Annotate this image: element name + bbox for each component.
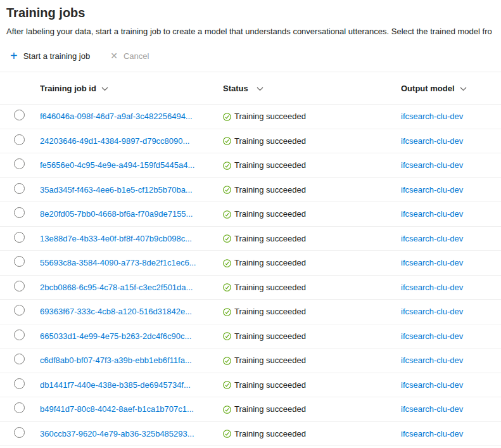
- success-check-icon: [223, 186, 231, 194]
- command-bar: + Start a training job ✕ Cancel: [0, 45, 501, 67]
- training-job-id-link[interactable]: b49f41d7-80c8-4042-8aef-b1ca1b707c1...: [40, 404, 194, 414]
- row-radio-cell: [0, 207, 40, 221]
- training-job-id-link[interactable]: 55693c8a-3584-4090-a773-8de2f1c1ec6...: [40, 258, 196, 267]
- row-output-model-cell: ifcsearch-clu-dev: [401, 258, 501, 267]
- row-radio-button[interactable]: [14, 354, 25, 364]
- row-radio-button[interactable]: [14, 281, 25, 291]
- success-check-icon: [223, 137, 231, 145]
- training-job-id-link[interactable]: 35ad345f-f463-4ee6-b1e5-cf12b5b70ba...: [40, 185, 193, 195]
- column-header-output-model[interactable]: Output model: [401, 84, 501, 93]
- column-header-label: Status: [223, 84, 248, 93]
- training-job-id-link[interactable]: 8e20fd05-7bb0-4668-bf6a-f70a9de7155...: [40, 209, 193, 219]
- row-radio-cell: [0, 305, 40, 318]
- row-id-cell: 55693c8a-3584-4090-a773-8de2f1c1ec6...: [40, 258, 223, 267]
- row-output-model-cell: ifcsearch-clu-dev: [401, 112, 501, 121]
- row-id-cell: 13e88d7e-4b33-4e0f-bf8f-407b9cb098c...: [40, 234, 223, 243]
- row-radio-cell: [0, 402, 40, 416]
- table-body: f646046a-098f-46d7-a9af-3c482256494... T…: [0, 105, 501, 446]
- output-model-link[interactable]: ifcsearch-clu-dev: [401, 429, 463, 438]
- output-model-link[interactable]: ifcsearch-clu-dev: [401, 185, 463, 195]
- success-check-icon: [223, 210, 231, 219]
- column-header-label: Training job id: [40, 84, 96, 93]
- row-output-model-cell: ifcsearch-clu-dev: [401, 355, 501, 365]
- training-job-id-link[interactable]: db1441f7-440e-438e-b385-de6945734f...: [40, 380, 191, 390]
- table-row: 13e88d7e-4b33-4e0f-bf8f-407b9cb098c... T…: [0, 227, 501, 252]
- table-row: f646046a-098f-46d7-a9af-3c482256494... T…: [0, 105, 501, 129]
- row-status-cell: Training succeeded: [223, 136, 401, 146]
- column-header-label: Output model: [401, 84, 455, 93]
- row-output-model-cell: ifcsearch-clu-dev: [401, 160, 501, 170]
- row-radio-button[interactable]: [14, 330, 25, 340]
- output-model-link[interactable]: ifcsearch-clu-dev: [401, 136, 463, 146]
- row-radio-button[interactable]: [14, 183, 25, 194]
- row-radio-button[interactable]: [14, 158, 25, 169]
- table-row: fe5656e0-4c95-4e9e-a494-159fd5445a4... T…: [0, 153, 501, 178]
- row-output-model-cell: ifcsearch-clu-dev: [401, 209, 501, 219]
- output-model-link[interactable]: ifcsearch-clu-dev: [401, 112, 463, 121]
- training-job-id-link[interactable]: 13e88d7e-4b33-4e0f-bf8f-407b9cb098c...: [40, 234, 192, 243]
- row-id-cell: 8e20fd05-7bb0-4668-bf6a-f70a9de7155...: [40, 209, 223, 219]
- training-jobs-page: Training jobs After labeling your data, …: [0, 0, 501, 448]
- row-radio-button[interactable]: [14, 134, 25, 145]
- row-status-cell: Training succeeded: [223, 234, 401, 243]
- training-job-id-link[interactable]: fe5656e0-4c95-4e9e-a494-159fd5445a4...: [40, 160, 194, 170]
- start-training-job-button[interactable]: + Start a training job: [8, 51, 92, 60]
- table-row: b49f41d7-80c8-4042-8aef-b1ca1b707c1... T…: [0, 397, 501, 422]
- status-text: Training succeeded: [234, 380, 306, 390]
- row-output-model-cell: ifcsearch-clu-dev: [401, 283, 501, 292]
- row-radio-button[interactable]: [14, 402, 25, 413]
- row-status-cell: Training succeeded: [223, 258, 401, 267]
- row-status-cell: Training succeeded: [223, 380, 401, 390]
- row-radio-button[interactable]: [14, 256, 25, 267]
- training-job-id-link[interactable]: c6df8ab0-bf07-47f3-a39b-ebb1eb6f11fa...: [40, 355, 192, 365]
- output-model-link[interactable]: ifcsearch-clu-dev: [401, 355, 463, 365]
- row-radio-button[interactable]: [14, 110, 25, 120]
- status-text: Training succeeded: [234, 258, 306, 267]
- row-radio-cell: [0, 183, 40, 196]
- status-text: Training succeeded: [234, 209, 306, 219]
- status-text: Training succeeded: [234, 112, 306, 121]
- output-model-link[interactable]: ifcsearch-clu-dev: [401, 209, 463, 219]
- row-radio-button[interactable]: [14, 232, 25, 243]
- table-row: 69363f67-333c-4cb8-a120-516d31842e... Tr…: [0, 300, 501, 324]
- output-model-link[interactable]: ifcsearch-clu-dev: [401, 283, 463, 292]
- training-job-id-link[interactable]: 24203646-49d1-4384-9897-d79cc8090...: [40, 136, 189, 146]
- success-check-icon: [223, 406, 231, 414]
- status-text: Training succeeded: [234, 307, 306, 316]
- table-row: 24203646-49d1-4384-9897-d79cc8090... Tra…: [0, 129, 501, 154]
- status-text: Training succeeded: [234, 355, 306, 365]
- row-id-cell: 360ccb37-9620-4e79-ab36-325b485293...: [40, 429, 223, 438]
- training-job-id-link[interactable]: 69363f67-333c-4cb8-a120-516d31842e...: [40, 307, 192, 316]
- table-row: 8e20fd05-7bb0-4668-bf6a-f70a9de7155... T…: [0, 202, 501, 227]
- cancel-label: Cancel: [124, 52, 149, 60]
- row-radio-button[interactable]: [14, 305, 25, 316]
- output-model-link[interactable]: ifcsearch-clu-dev: [401, 258, 463, 267]
- row-radio-button[interactable]: [14, 427, 25, 438]
- training-job-id-link[interactable]: f646046a-098f-46d7-a9af-3c482256494...: [40, 112, 193, 121]
- status-text: Training succeeded: [234, 185, 306, 195]
- row-radio-button[interactable]: [14, 207, 25, 218]
- output-model-link[interactable]: ifcsearch-clu-dev: [401, 331, 463, 341]
- training-job-id-link[interactable]: 2bcb0868-6c95-4c78-a15f-c3ec2f501da...: [40, 283, 193, 292]
- cancel-button[interactable]: ✕ Cancel: [108, 51, 151, 60]
- row-radio-button[interactable]: [14, 378, 25, 389]
- success-check-icon: [223, 308, 231, 316]
- output-model-link[interactable]: ifcsearch-clu-dev: [401, 404, 463, 414]
- status-text: Training succeeded: [234, 234, 306, 243]
- success-check-icon: [223, 259, 231, 267]
- row-id-cell: 665033d1-4e99-4e75-b263-2dc4f6c90c...: [40, 331, 223, 341]
- output-model-link[interactable]: ifcsearch-clu-dev: [401, 234, 463, 243]
- training-jobs-table: Training job id Status Output model f646…: [0, 72, 501, 446]
- table-row: 665033d1-4e99-4e75-b263-2dc4f6c90c... Tr…: [0, 324, 501, 349]
- training-job-id-link[interactable]: 665033d1-4e99-4e75-b263-2dc4f6c90c...: [40, 331, 191, 341]
- training-job-id-link[interactable]: 360ccb37-9620-4e79-ab36-325b485293...: [40, 429, 194, 438]
- output-model-link[interactable]: ifcsearch-clu-dev: [401, 307, 463, 316]
- output-model-link[interactable]: ifcsearch-clu-dev: [401, 160, 463, 170]
- chevron-down-icon: [257, 87, 263, 91]
- row-id-cell: db1441f7-440e-438e-b385-de6945734f...: [40, 380, 223, 390]
- status-text: Training succeeded: [234, 136, 306, 146]
- output-model-link[interactable]: ifcsearch-clu-dev: [401, 380, 463, 390]
- success-check-icon: [223, 332, 231, 340]
- column-header-training-job-id[interactable]: Training job id: [40, 84, 223, 93]
- column-header-status[interactable]: Status: [223, 84, 401, 93]
